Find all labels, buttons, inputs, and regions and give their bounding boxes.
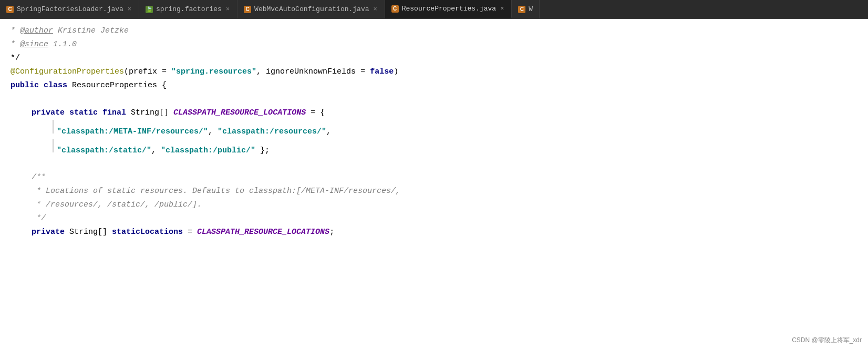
code-line-javadoc-start: /** — [11, 171, 868, 184]
code-line-array1: "classpath:/META-INF/resources/", "class… — [11, 120, 868, 139]
code-line-class-decl: public class ResourceProperties { — [11, 79, 868, 93]
watermark: CSDN @零陵上将军_xdr — [792, 336, 862, 345]
tab-label: ResourceProperties.java — [402, 5, 496, 13]
tab-w[interactable]: C W — [512, 0, 540, 18]
tab-spring-factories-loader[interactable]: C SpringFactoriesLoader.java × — [0, 0, 139, 18]
code-line-comment-end: */ — [11, 52, 868, 65]
java-icon: C — [244, 6, 251, 13]
tab-webmvc-auto-config[interactable]: C WebMvcAutoConfiguration.java × — [237, 0, 385, 18]
tab-label: SpringFactoriesLoader.java — [17, 5, 123, 13]
tab-label: W — [529, 5, 533, 13]
tab-bar: C SpringFactoriesLoader.java × 🍃 spring.… — [0, 0, 868, 19]
java-icon: C — [6, 6, 14, 13]
code-line-array2: "classpath:/static/", "classpath:/public… — [11, 139, 868, 158]
code-line-javadoc-body2: * /resources/, /static/, /public/]. — [11, 198, 868, 212]
tab-label: spring.factories — [156, 5, 222, 13]
code-line-annotation: @ConfigurationProperties(prefix = "sprin… — [11, 65, 868, 79]
tab-resource-properties[interactable]: C ResourceProperties.java × — [385, 0, 512, 18]
props-icon: 🍃 — [146, 6, 153, 13]
java-icon: C — [518, 6, 525, 13]
java-icon: C — [391, 5, 399, 13]
close-icon[interactable]: × — [225, 5, 231, 14]
tab-label: WebMvcAutoConfiguration.java — [254, 5, 369, 13]
close-icon[interactable]: × — [127, 5, 132, 14]
code-content: * @author Kristine Jetzke * @since 1.1.0… — [0, 19, 868, 244]
tab-spring-factories[interactable]: 🍃 spring.factories × — [139, 0, 237, 18]
code-line-empty2 — [11, 157, 868, 171]
code-line-static-locations: private String[] staticLocations = CLASS… — [11, 225, 868, 239]
code-area: * @author Kristine Jetzke * @since 1.1.0… — [0, 19, 868, 349]
code-line-javadoc-body: * Locations of static resources. Default… — [11, 184, 868, 198]
code-line-javadoc-end: */ — [11, 212, 868, 225]
close-icon[interactable]: × — [373, 5, 378, 14]
code-line-field-decl: private static final String[] CLASSPATH_… — [11, 106, 868, 120]
code-line-since: * @since 1.1.0 — [11, 38, 868, 52]
code-line-author: * @author Kristine Jetzke — [11, 24, 868, 38]
vbar — [53, 120, 54, 134]
vbar — [53, 139, 54, 152]
code-line-empty1 — [11, 93, 868, 106]
close-icon[interactable]: × — [499, 5, 505, 13]
